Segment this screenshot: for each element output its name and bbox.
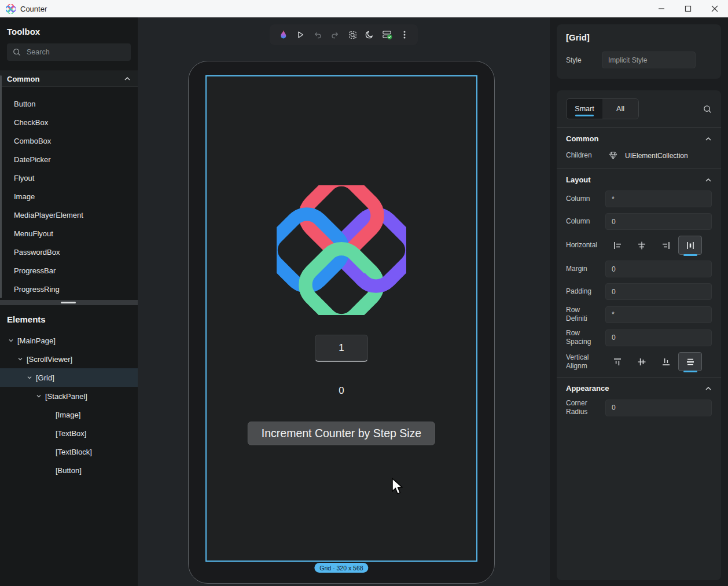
toolbox-search[interactable]: [7, 43, 131, 61]
more-options-icon[interactable]: [396, 26, 413, 43]
splitter-handle[interactable]: [61, 302, 76, 303]
style-label: Style: [566, 56, 602, 64]
children-label: Children: [566, 151, 598, 160]
row-spacing-input[interactable]: [605, 329, 712, 346]
step-size-textbox[interactable]: 1: [315, 335, 368, 362]
search-input[interactable]: [27, 48, 113, 56]
properties-tab-group: Smart All: [566, 98, 639, 119]
column-row: Column: [557, 213, 721, 230]
padding-input[interactable]: [605, 283, 712, 300]
app-screen-selected-grid[interactable]: 1 0 Increment Counter by Step Size: [205, 75, 477, 562]
children-value: UIElementCollection: [625, 152, 688, 160]
chevron-up-icon: [705, 135, 712, 142]
chevron-down-icon[interactable]: [35, 393, 43, 400]
design-canvas[interactable]: 1 0 Increment Counter by Step Size Grid …: [138, 17, 550, 586]
toolbox-item-progressbar[interactable]: ProgressBar: [0, 262, 138, 280]
column-definitions-row: Column: [557, 191, 721, 207]
column-definitions-input[interactable]: [605, 191, 712, 207]
chevron-up-icon: [124, 75, 131, 82]
tree-item-image[interactable]: [Image]: [0, 405, 138, 424]
app-logo-icon: [6, 4, 16, 14]
horizontal-alignment-row: Horizontal: [557, 236, 721, 255]
connected-status-icon[interactable]: [378, 26, 396, 43]
tree-item-stackpanel[interactable]: [StackPanel]: [0, 387, 138, 405]
close-button[interactable]: [701, 0, 728, 17]
properties-search-icon[interactable]: [703, 105, 712, 113]
properties-panel: [Grid] Style Smart All: [550, 17, 728, 586]
panel-splitter[interactable]: [0, 300, 138, 305]
valign-stretch-button[interactable]: [678, 352, 702, 371]
halign-center-button[interactable]: [630, 236, 653, 255]
collection-gem-icon: [608, 151, 618, 160]
toolbox-item-mediaplayerelement[interactable]: MediaPlayerElement: [0, 206, 138, 225]
valign-top-button[interactable]: [605, 352, 629, 371]
toolbox-item-datepicker[interactable]: DatePicker: [0, 151, 138, 169]
row-spacing-row: Row Spacing: [557, 329, 721, 346]
redo-icon[interactable]: [326, 26, 344, 43]
halign-stretch-button[interactable]: [678, 236, 702, 255]
vertical-alignment-row: Vertical Alignm: [557, 352, 721, 371]
toolbox-item-combobox[interactable]: ComboBox: [0, 132, 138, 151]
chevron-down-icon[interactable]: [7, 337, 15, 344]
hot-reload-flame-icon[interactable]: [274, 26, 292, 43]
toolbox-item-flyout[interactable]: Flyout: [0, 169, 138, 188]
row-definitions-input[interactable]: [605, 306, 712, 323]
chevron-down-icon[interactable]: [25, 374, 34, 381]
active-tab-indicator: [575, 115, 594, 116]
section-common[interactable]: Common: [557, 128, 721, 149]
device-frame: 1 0 Increment Counter by Step Size Grid …: [188, 61, 495, 584]
horizontal-alignment-group: [605, 236, 712, 255]
search-icon: [13, 48, 21, 56]
valign-bottom-button[interactable]: [654, 352, 678, 371]
group-label: Common: [7, 75, 39, 83]
play-icon[interactable]: [292, 26, 309, 43]
tree-item-scrollviewer[interactable]: [ScrollViewer]: [0, 350, 138, 368]
toolbox-list: Button CheckBox ComboBox DatePicker Flyo…: [0, 87, 138, 299]
window-title: Counter: [20, 5, 47, 13]
tree-item-mainpage[interactable]: [MainPage]: [0, 331, 138, 350]
undo-icon[interactable]: [309, 26, 326, 43]
row-definitions-row: Row Definiti: [557, 306, 721, 323]
selection-size-badge: Grid - 320 x 568: [314, 563, 368, 573]
theme-moon-icon[interactable]: [361, 26, 378, 43]
column-input[interactable]: [605, 213, 712, 230]
section-layout[interactable]: Layout: [557, 169, 721, 191]
margin-input[interactable]: [605, 261, 712, 277]
titlebar: Counter: [0, 0, 728, 17]
corner-radius-input[interactable]: [605, 400, 712, 416]
tab-smart[interactable]: Smart: [567, 99, 602, 119]
elements-panel: Elements [MainPage] [ScrollViewer] [Grid…: [0, 305, 138, 586]
toolbox-item-progressring[interactable]: ProgressRing: [0, 280, 138, 299]
toolbox-item-passwordbox[interactable]: PasswordBox: [0, 243, 138, 262]
children-property-row[interactable]: Children UIElementCollection: [557, 149, 721, 169]
elements-tree: [MainPage] [ScrollViewer] [Grid] [StackP…: [0, 324, 138, 479]
tree-item-button[interactable]: [Button]: [0, 461, 138, 479]
tree-item-textbox[interactable]: [TextBox]: [0, 424, 138, 442]
section-appearance[interactable]: Appearance: [557, 378, 721, 399]
maximize-button[interactable]: [675, 0, 701, 17]
toolbox-item-image[interactable]: Image: [0, 188, 138, 206]
valign-center-button[interactable]: [630, 352, 653, 371]
margin-row: Margin: [557, 261, 721, 277]
halign-left-button[interactable]: [605, 236, 629, 255]
vertical-alignment-group: [605, 352, 712, 371]
toolbox-group-common[interactable]: Common: [0, 71, 138, 87]
toolbox-item-button[interactable]: Button: [0, 95, 138, 113]
tab-all[interactable]: All: [602, 99, 638, 119]
toolbox-item-menuflyout[interactable]: MenuFlyout: [0, 225, 138, 243]
selected-element-card: [Grid] Style: [557, 24, 721, 79]
chevron-down-icon[interactable]: [16, 356, 24, 362]
tree-item-textblock[interactable]: [TextBlock]: [0, 442, 138, 461]
zoom-selection-icon[interactable]: [344, 26, 361, 43]
toolbox-scrollbar[interactable]: [0, 75, 2, 298]
halign-right-button[interactable]: [654, 236, 678, 255]
tree-item-grid[interactable]: [Grid]: [0, 368, 138, 387]
properties-card: Smart All Common Children: [557, 90, 721, 580]
toolbox-item-checkbox[interactable]: CheckBox: [0, 113, 138, 132]
style-input[interactable]: [602, 52, 696, 68]
uno-platform-logo-image[interactable]: [277, 185, 406, 315]
minimize-button[interactable]: [648, 0, 675, 17]
increment-counter-button[interactable]: Increment Counter by Step Size: [248, 422, 435, 445]
counter-value-text[interactable]: 0: [207, 385, 476, 397]
canvas-toolbar: [270, 24, 418, 45]
